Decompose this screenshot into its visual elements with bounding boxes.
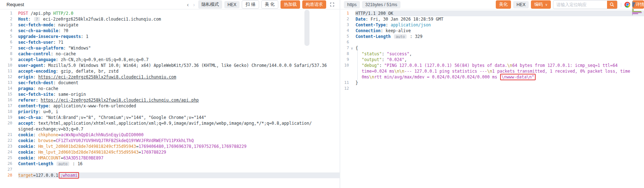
code-line: 2Date: Fri, 30 Jan 2026 18:28:59 GMT xyxy=(340,16,644,22)
code-line: 8cache-control: no-cache xyxy=(0,51,340,57)
line-number: 4 xyxy=(0,28,18,34)
line-number: 20 xyxy=(0,120,18,126)
line-number: 26 xyxy=(0,161,18,167)
code-line: 13sec-fetch-dest: document xyxy=(0,80,340,86)
response-editor[interactable]: 1HTTP/1.1 200 OK2Date: Fri, 30 Jan 2026 … xyxy=(340,9,644,188)
line-number: 6 xyxy=(0,39,18,45)
response-minimap[interactable] xyxy=(632,1,643,16)
code-line: signed-exchange;v=b3;q=0.7 xyxy=(0,126,340,132)
code-line: 4sec-ch-ua-mobile: ?0 xyxy=(0,28,340,34)
minimap-line xyxy=(632,16,633,16)
minimap-line xyxy=(632,10,634,11)
scan-button[interactable]: 扫 描 xyxy=(242,0,259,9)
build-request-button[interactable]: 构造请求 xyxy=(302,0,326,9)
line-number: 6 xyxy=(340,39,356,45)
history-back-icon[interactable]: ‹ xyxy=(186,2,190,7)
code-line: 9accept-language: zh-CN,zh;q=0.9,en-US;q… xyxy=(0,57,340,63)
request-panel: Request ‹ › 隐私模式 HEX 扫 描 美 化 热加载 构造请求 1P… xyxy=(0,0,340,188)
chrome-browser-icon[interactable] xyxy=(624,2,630,8)
line-number: 7 xyxy=(0,45,18,51)
protocol-badge: https xyxy=(344,1,360,8)
response-panel: https 321bytes / 51ms 美化 HEX 编码 ∨ | 详情 1… xyxy=(340,0,644,188)
response-search-input[interactable] xyxy=(553,2,607,7)
code-line: 7sec-ch-ua-platform: "Windows" xyxy=(0,45,340,51)
code-line: 10"debug": "PING 127.0.0.1 (127.0.0.1) 5… xyxy=(340,63,644,68)
line-number: 12 xyxy=(0,74,18,80)
size-duration-badge: 321bytes / 51ms xyxy=(362,1,400,8)
code-line: 22cookie: browse=CF1ZTxUYU0JYUV9HVQJTRFB… xyxy=(0,138,340,144)
line-number: 18 xyxy=(0,109,18,115)
code-line: 2Host: ? eci-2ze0rgz6258klx2fuwi8.cloude… xyxy=(0,16,340,22)
line-number: 19 xyxy=(0,115,18,120)
request-toolbar: Request ‹ › 隐私模式 HEX 扫 描 美 化 热加载 构造请求 xyxy=(0,0,340,9)
response-hex-button[interactable]: HEX xyxy=(513,1,529,8)
toolbar-divider: | xyxy=(620,2,622,7)
line-number: 2 xyxy=(0,16,18,22)
minimap-line xyxy=(632,7,633,8)
minimap-line xyxy=(632,4,635,4)
minimap-line xyxy=(632,1,633,2)
line-number: 15 xyxy=(0,91,18,97)
line-number: 13 xyxy=(0,80,18,86)
line-number: 27 xyxy=(0,167,18,172)
code-line: 12 xyxy=(340,86,644,91)
minimap-line xyxy=(632,11,641,12)
line-number: 12 xyxy=(340,86,356,91)
line-number: 5 xyxy=(340,34,356,39)
minimap-line xyxy=(632,13,638,14)
history-forward-icon[interactable]: › xyxy=(192,2,196,7)
fullscreen-icon[interactable] xyxy=(328,2,336,7)
code-line: 11} xyxy=(340,80,644,86)
code-line: 10user-agent: Mozilla/5.0 (Windows NT 10… xyxy=(0,63,340,68)
code-line: 23cookie: Hm_lvt_2d0601bd28de7d49818249c… xyxy=(0,144,340,149)
line-number: 21 xyxy=(0,132,18,138)
code-line: 26Content-Length auto : 16 xyxy=(0,161,340,167)
request-panel-title: Request xyxy=(4,2,24,7)
response-beautify-button[interactable]: 美化 xyxy=(496,0,511,9)
line-number: 10 xyxy=(0,63,18,68)
line-number: 4 xyxy=(340,28,356,34)
minimap-line xyxy=(632,12,642,13)
code-line: 27 xyxy=(0,167,340,172)
minimap-line xyxy=(632,14,633,15)
code-line: 11accept-encoding: gzip, deflate, br, zs… xyxy=(0,68,340,74)
code-line: 5upgrade-insecure-requests: 1 xyxy=(0,34,340,39)
line-number: 10 xyxy=(340,63,356,68)
code-line: 18priority: u=0, i xyxy=(0,109,340,115)
line-number: 22 xyxy=(0,138,18,144)
line-number: 5 xyxy=(0,34,18,39)
line-number: 3 xyxy=(0,22,18,28)
http-debugger-window: Request ‹ › 隐私模式 HEX 扫 描 美 化 热加载 构造请求 1P… xyxy=(0,0,644,188)
search-button[interactable] xyxy=(607,1,617,9)
request-scrollbar-thumb[interactable] xyxy=(304,10,309,46)
code-line: 28target=127.0.0.1;whoami xyxy=(0,172,340,178)
response-search-box xyxy=(553,0,618,9)
minimap-line xyxy=(632,6,634,7)
code-line: 1POST /api.php HTTP/2.0 xyxy=(0,10,340,16)
minimap-line xyxy=(632,8,633,9)
line-number: 1 xyxy=(0,10,18,16)
code-line: 6 xyxy=(340,39,644,45)
line-number: 9 xyxy=(340,57,356,63)
line-number: 14 xyxy=(0,86,18,91)
code-line: 8"status": "success", xyxy=(340,51,644,57)
code-line: 9"output": "0.024", xyxy=(340,57,644,63)
code-line: 17content-type: application/x-www-form-u… xyxy=(0,103,340,109)
code-line: 15sec-fetch-site: same-origin xyxy=(0,91,340,97)
request-editor[interactable]: 1POST /api.php HTTP/2.02Host: ? eci-2ze0… xyxy=(0,9,340,188)
request-beautify-button[interactable]: 美 化 xyxy=(261,0,278,9)
search-icon xyxy=(610,2,614,7)
response-toolbar: https 321bytes / 51ms 美化 HEX 编码 ∨ | 详情 xyxy=(340,0,644,9)
hot-reload-button[interactable]: 热加载 xyxy=(281,0,300,9)
request-hex-button[interactable]: HEX xyxy=(224,1,240,8)
line-number: 2 xyxy=(340,16,356,22)
line-number: 24 xyxy=(0,149,18,155)
line-number: 23 xyxy=(0,144,18,149)
code-line: 3sec-fetch-mode: navigate xyxy=(0,22,340,28)
line-number: 17 xyxy=(0,103,18,109)
line-number: 11 xyxy=(340,80,356,86)
encode-dropdown-button[interactable]: 编码 ∨ xyxy=(531,0,551,9)
line-number: 28 xyxy=(0,172,18,178)
privacy-mode-button[interactable]: 隐私模式 xyxy=(198,0,222,9)
code-line: 24cookie: Hm_lpvt_2d0601bd28de7d49818249… xyxy=(0,149,340,155)
